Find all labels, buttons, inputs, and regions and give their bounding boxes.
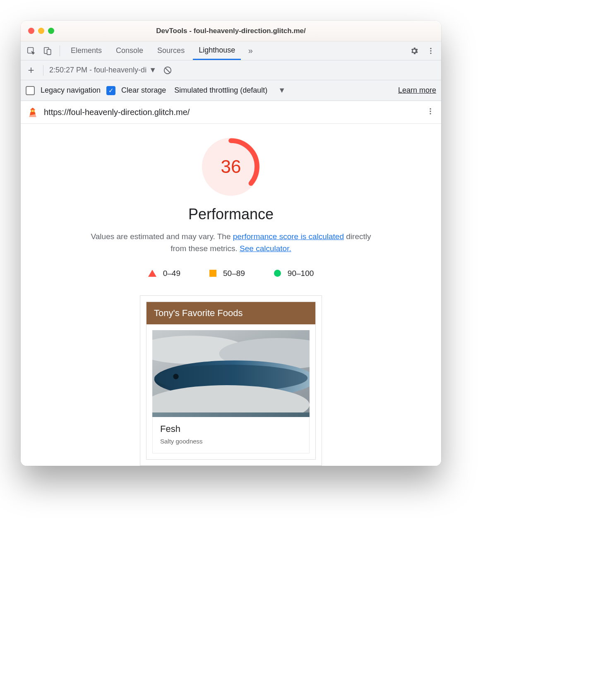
svg-point-14	[430, 110, 431, 112]
report-selector-label: 2:50:27 PM - foul-heavenly-di	[49, 66, 146, 74]
new-report-button[interactable]: +	[25, 64, 37, 77]
report-url: https://foul-heavenly-direction.glitch.m…	[44, 108, 420, 117]
score-value: 36	[221, 156, 241, 177]
inspect-element-icon[interactable]	[24, 44, 38, 58]
legend-pass-label: 90–100	[288, 269, 314, 278]
throttling-dropdown-icon[interactable]: ▼	[278, 86, 286, 95]
svg-point-5	[430, 53, 431, 54]
svg-point-15	[430, 113, 431, 114]
report-selector[interactable]: 2:50:27 PM - foul-heavenly-di ▼	[49, 66, 156, 74]
item-subtitle: Salty goodness	[160, 438, 302, 445]
filmstrip-screenshot: Tony's Favorite Foods	[140, 295, 322, 466]
report-menu-icon[interactable]	[426, 107, 435, 117]
lighthouse-toolbar: + 2:50:27 PM - foul-heavenly-di ▼	[21, 60, 441, 80]
page-card: Tony's Favorite Foods	[146, 302, 316, 460]
window-title: DevTools - foul-heavenly-direction.glitc…	[21, 27, 441, 35]
legend-fail: 0–49	[148, 269, 180, 278]
score-gauge[interactable]: 36	[202, 138, 260, 196]
svg-point-22	[173, 374, 178, 379]
tab-lighthouse[interactable]: Lighthouse	[193, 41, 241, 60]
lighthouse-logo-icon	[27, 107, 38, 117]
clear-storage-label: Clear storage	[121, 86, 166, 95]
page-card-image	[152, 330, 310, 417]
divider	[60, 46, 60, 56]
svg-marker-8	[30, 108, 36, 110]
perf-score-link[interactable]: performance score is calculated	[233, 232, 344, 241]
triangle-icon	[148, 270, 156, 277]
legend-fail-label: 0–49	[163, 269, 180, 278]
more-tabs-icon[interactable]: »	[243, 44, 257, 58]
category-title: Performance	[21, 206, 441, 223]
legacy-navigation-checkbox[interactable]	[26, 86, 35, 95]
tab-sources[interactable]: Sources	[151, 41, 190, 60]
legend-pass: 90–100	[274, 269, 314, 278]
page-card-body: Fesh Salty goodness	[152, 417, 310, 453]
devtools-tabbar: Elements Console Sources Lighthouse »	[21, 41, 441, 60]
minimize-window-button[interactable]	[38, 28, 44, 34]
titlebar: DevTools - foul-heavenly-direction.glitc…	[21, 21, 441, 41]
see-calculator-link[interactable]: See calculator.	[240, 244, 291, 253]
svg-point-13	[430, 108, 431, 109]
square-icon	[209, 270, 216, 277]
dropdown-caret-icon: ▼	[149, 66, 156, 74]
device-toolbar-icon[interactable]	[41, 44, 55, 58]
desc-text: Values are estimated and may vary. The	[91, 232, 233, 241]
score-legend: 0–49 50–89 90–100	[21, 269, 441, 278]
devtools-window: DevTools - foul-heavenly-direction.glitc…	[21, 21, 441, 466]
svg-point-3	[430, 48, 431, 49]
close-window-button[interactable]	[28, 28, 34, 34]
clear-all-icon[interactable]	[163, 66, 172, 75]
tab-console[interactable]: Console	[110, 41, 149, 60]
divider	[43, 65, 43, 76]
learn-more-link[interactable]: Learn more	[398, 86, 436, 95]
category-description: Values are estimated and may vary. The p…	[82, 230, 380, 255]
tab-elements[interactable]: Elements	[65, 41, 108, 60]
lighthouse-options-bar: Legacy navigation ✓ Clear storage Simula…	[21, 80, 441, 101]
lighthouse-report: 36 Performance Values are estimated and …	[21, 124, 441, 466]
throttling-label: Simulated throttling (default)	[174, 86, 267, 95]
svg-point-4	[430, 50, 431, 51]
svg-rect-2	[47, 49, 51, 55]
report-url-bar: https://foul-heavenly-direction.glitch.m…	[21, 101, 441, 124]
legacy-navigation-label: Legacy navigation	[41, 86, 101, 95]
traffic-lights	[21, 28, 54, 34]
legend-average: 50–89	[209, 269, 245, 278]
settings-gear-icon[interactable]	[407, 44, 421, 58]
circle-icon	[274, 270, 281, 277]
svg-rect-10	[32, 110, 34, 112]
item-title: Fesh	[160, 424, 302, 434]
more-options-icon[interactable]	[424, 44, 438, 58]
page-card-header: Tony's Favorite Foods	[146, 302, 315, 324]
clear-storage-checkbox[interactable]: ✓	[106, 86, 115, 95]
zoom-window-button[interactable]	[48, 28, 54, 34]
legend-avg-label: 50–89	[223, 269, 245, 278]
svg-line-7	[165, 68, 170, 72]
